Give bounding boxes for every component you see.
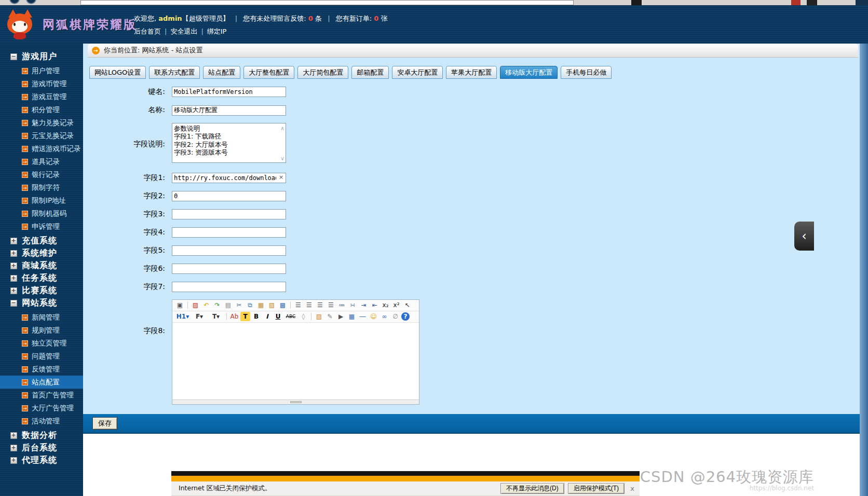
sidebar-item[interactable]: →限制IP地址 (0, 194, 83, 207)
align-left-icon[interactable]: ☰ (293, 300, 303, 310)
sidebar-item[interactable]: →首页广告管理 (0, 389, 83, 402)
expand-icon[interactable]: + (10, 287, 17, 294)
sidebar-item[interactable]: →新闻管理 (0, 311, 83, 324)
sidebar-item[interactable]: →问题管理 (0, 350, 83, 363)
collapse-icon[interactable]: − (10, 300, 17, 307)
sidebar-item[interactable]: →道具记录 (0, 155, 83, 168)
field1-input[interactable] (172, 173, 286, 183)
field-desc-textarea[interactable]: 参数说明 字段1: 下载路径 字段2: 大厅版本号 字段3: 资源版本号 (172, 123, 286, 163)
sidebar-section[interactable]: −游戏用户 (0, 52, 83, 61)
sidebar-item[interactable]: →大厅广告管理 (0, 402, 83, 415)
editor-resize-handle[interactable] (172, 399, 419, 404)
print-icon[interactable]: ▤ (223, 300, 233, 310)
align-right-icon[interactable]: ☰ (315, 300, 325, 310)
scroll-down-icon[interactable]: ∨ (280, 155, 284, 162)
field5-input[interactable] (172, 245, 286, 256)
sidebar-section[interactable]: +商城系统 (0, 261, 83, 270)
expand-icon[interactable]: + (10, 432, 17, 439)
sidebar-section[interactable]: +后台系统 (0, 443, 83, 452)
scrollbar[interactable] (860, 44, 868, 496)
flash-icon[interactable]: ✎ (325, 312, 335, 321)
tab-button[interactable]: 联系方式配置 (149, 66, 200, 79)
tab-button[interactable]: 手机每日必做 (561, 66, 612, 79)
sidebar-item[interactable]: →游戏豆管理 (0, 90, 83, 103)
redo-icon[interactable]: ↷ (212, 300, 222, 310)
source-icon[interactable]: ▣ (175, 300, 185, 310)
scroll-up-icon[interactable]: ∧ (280, 125, 284, 132)
fontsize-select[interactable]: T▾ (208, 312, 224, 321)
expand-icon[interactable]: + (10, 457, 17, 464)
font-select[interactable]: F▾ (192, 312, 207, 321)
superscript-icon[interactable]: x² (391, 300, 401, 310)
sidebar-item[interactable]: →规则管理 (0, 324, 83, 337)
align-center-icon[interactable]: ☰ (304, 300, 314, 310)
panel-collapse-button[interactable]: ‹ (794, 222, 814, 251)
collapse-icon[interactable]: − (10, 53, 17, 60)
header-link[interactable]: 后台首页 (134, 27, 161, 35)
subscript-icon[interactable]: x₂ (381, 300, 390, 310)
sidebar-item[interactable]: →游戏币管理 (0, 77, 83, 90)
italic-icon[interactable]: I (262, 312, 272, 321)
enable-protection-button[interactable]: 启用保护模式(T) (568, 483, 625, 494)
field2-input[interactable] (172, 191, 286, 201)
clear-field-icon[interactable]: × (278, 174, 284, 181)
text-color-icon[interactable]: Ab (229, 312, 239, 321)
help-icon[interactable]: ? (401, 312, 410, 321)
tab-button[interactable]: 网站LOGO设置 (89, 66, 146, 79)
save-button[interactable]: 保存 (92, 417, 117, 430)
sidebar-section[interactable]: +充值系统 (0, 236, 83, 245)
sidebar-item[interactable]: →限制字符 (0, 181, 83, 194)
close-icon[interactable]: x (628, 485, 636, 492)
cut-icon[interactable]: ✂ (234, 300, 244, 310)
key-name-input[interactable] (172, 87, 286, 97)
paste-word-icon[interactable]: ▩ (278, 300, 288, 310)
remove-format-icon[interactable]: ◊ (299, 312, 308, 321)
tab-button[interactable]: 站点配置 (203, 66, 240, 79)
tab-button[interactable]: 苹果大厅配置 (446, 66, 497, 79)
expand-icon[interactable]: + (10, 275, 17, 282)
browser-button-red[interactable] (791, 0, 801, 5)
sidebar-section[interactable]: +数据分析 (0, 431, 83, 440)
align-justify-icon[interactable]: ☰ (326, 300, 336, 310)
header-link[interactable]: 安全退出 (170, 27, 197, 35)
paste-icon[interactable]: ▦ (256, 300, 266, 310)
sidebar-item[interactable]: →站点配置 (0, 376, 83, 389)
field7-input[interactable] (172, 282, 286, 292)
image-icon[interactable]: ▧ (314, 312, 324, 321)
expand-icon[interactable]: + (10, 238, 17, 244)
tab-button[interactable]: 大厅简包配置 (297, 66, 348, 79)
tab-button[interactable]: 大厅整包配置 (243, 66, 294, 79)
editor-body[interactable] (172, 323, 419, 399)
tab-button[interactable]: 安卓大厅配置 (392, 66, 443, 79)
sidebar-item[interactable]: →用户管理 (0, 64, 83, 77)
table-icon[interactable]: ▦ (347, 312, 357, 321)
highlight-color-icon[interactable]: T (240, 312, 250, 321)
sidebar-item[interactable]: →银行记录 (0, 168, 83, 181)
browser-back-button[interactable] (9, 0, 20, 4)
expand-icon[interactable]: + (10, 263, 17, 269)
field3-input[interactable] (172, 209, 286, 219)
browser-button-black[interactable] (807, 0, 817, 5)
expand-icon[interactable]: + (10, 250, 17, 257)
unordered-list-icon[interactable]: ∺ (348, 300, 358, 310)
underline-icon[interactable]: U (273, 312, 283, 321)
strikethrough-icon[interactable]: ABC (284, 312, 297, 321)
sidebar-item[interactable]: →元宝兑换记录 (0, 129, 83, 142)
emoticon-icon[interactable]: ☺ (369, 312, 378, 321)
sidebar-item[interactable]: →独立页管理 (0, 337, 83, 350)
heading-select[interactable]: H1▾ (175, 312, 191, 321)
sidebar-item[interactable]: →限制机器码 (0, 207, 83, 220)
bold-icon[interactable]: B (251, 312, 261, 321)
field4-input[interactable] (172, 227, 286, 238)
sidebar-item[interactable]: →反馈管理 (0, 363, 83, 376)
paste-text-icon[interactable]: ▧ (267, 300, 277, 310)
sidebar-section[interactable]: +系统维护 (0, 249, 83, 258)
hr-icon[interactable]: ― (358, 312, 368, 321)
sidebar-item[interactable]: →魅力兑换记录 (0, 116, 83, 129)
field6-input[interactable] (172, 264, 286, 274)
sidebar-section[interactable]: −网站系统 (0, 298, 83, 308)
browser-forward-button[interactable] (26, 0, 36, 4)
unlink-icon[interactable]: ∅ (390, 312, 400, 321)
outdent-icon[interactable]: ⇤ (370, 300, 379, 310)
sidebar-item[interactable]: →积分管理 (0, 103, 83, 116)
